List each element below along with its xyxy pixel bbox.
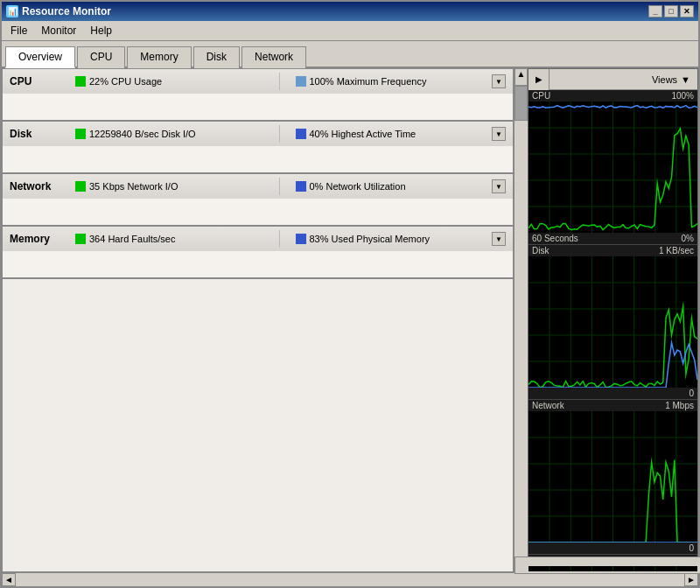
memory-stat1-text: 364 Hard Faults/sec [89,234,175,244]
disk-title: Disk [10,128,66,140]
disk-stat2: 40% Highest Active Time [296,129,484,139]
network-title: Network [10,180,66,192]
maximize-button[interactable]: □ [664,5,678,18]
cpu-content [3,94,513,120]
cpu-graph-section: CPU 100% 60 Seconds 0% [528,90,697,245]
views-label: Views [652,74,677,85]
cpu-section[interactable]: CPU 22% CPU Usage 100% Maximum Frequency… [3,69,513,122]
title-controls: _ □ ✕ [648,5,694,18]
views-arrow-icon: ▼ [681,74,690,85]
memory-title: Memory [10,233,66,245]
memory-stat1-icon [75,234,86,244]
bottom-scrollbar[interactable]: ◄ ► [2,572,698,586]
memory-graph-area [528,566,697,571]
disk-section[interactable]: Disk 12259840 B/sec Disk I/O 40% Highest… [3,122,513,174]
disk-stat2-icon [296,129,306,139]
scroll-up[interactable]: ▲ [514,68,528,86]
network-divider [279,178,280,195]
resource-monitor-window: 📊 Resource Monitor _ □ ✕ File Monitor He… [0,0,700,588]
network-graph-header: Network 1 Mbps [528,400,697,411]
tab-overview[interactable]: Overview [5,46,75,68]
tab-memory[interactable]: Memory [127,46,191,68]
cpu-title: CPU [10,75,66,88]
disk-dropdown[interactable]: ▼ [492,127,506,141]
menu-help[interactable]: Help [85,23,117,38]
menu-file[interactable]: File [5,23,32,38]
network-stat1-icon [75,181,86,192]
minimize-button[interactable]: _ [648,5,662,18]
tab-network[interactable]: Network [242,46,306,68]
network-graph-footer: 0 [528,542,697,554]
memory-dropdown[interactable]: ▼ [492,232,506,246]
cpu-divider [279,73,280,90]
disk-stat1: 12259840 B/sec Disk I/O [75,129,263,139]
network-stat1: 35 Kbps Network I/O [75,181,263,192]
content-area: CPU 22% CPU Usage 100% Maximum Frequency… [2,68,698,572]
memory-canvas [528,566,697,571]
cpu-stat2-icon [296,76,306,87]
left-empty-space [3,279,513,571]
cpu-stat2: 100% Maximum Frequency [296,76,484,87]
network-graph-section: Network 1 Mbps 0 [528,400,697,555]
scroll-left[interactable]: ◄ [2,573,16,586]
cpu-stat2-text: 100% Maximum Frequency [310,76,427,87]
network-graph-title: Network [532,401,564,410]
window-title: Resource Monitor [22,5,111,18]
disk-canvas [528,256,697,388]
scroll-track[interactable] [16,573,684,586]
menu-bar: File Monitor Help [2,21,698,41]
close-button[interactable]: ✕ [680,5,694,18]
memory-content [3,251,513,277]
cpu-stat1-text: 22% CPU Usage [89,76,162,87]
disk-stat2-text: 40% Highest Active Time [310,129,416,139]
disk-graph-header: Disk 1 KB/sec [528,245,697,256]
disk-graph-section: Disk 1 KB/sec 0 [528,245,697,400]
network-graph-max: 1 Mbps [665,401,694,410]
disk-divider [279,125,280,143]
cpu-dropdown[interactable]: ▼ [492,74,506,88]
memory-header: Memory 364 Hard Faults/sec 83% Used Phys… [3,227,513,251]
tab-cpu[interactable]: CPU [77,46,125,68]
cpu-graph-header: CPU 100% [528,90,697,102]
network-section[interactable]: Network 35 Kbps Network I/O 0% Network U… [3,174,513,227]
memory-stat2-icon [296,234,306,244]
views-button[interactable]: Views ▼ [550,74,697,85]
left-panel: CPU 22% CPU Usage 100% Maximum Frequency… [2,68,514,572]
left-scrollbar[interactable]: ▲ ▼ [514,68,528,572]
scroll-thumb[interactable] [514,86,528,121]
title-bar: 📊 Resource Monitor _ □ ✕ [2,2,698,21]
play-button[interactable]: ▶ [528,69,550,90]
graph-container: CPU 100% 60 Seconds 0% Disk 1 KB/ [528,90,697,571]
network-dropdown[interactable]: ▼ [492,179,506,193]
cpu-graph-max: 100% [671,91,694,101]
menu-monitor[interactable]: Monitor [36,23,81,38]
disk-graph-title: Disk [532,246,549,256]
network-stat2-text: 0% Network Utilization [310,181,406,192]
scroll-right[interactable]: ► [684,573,698,586]
disk-stat1-text: 12259840 B/sec Disk I/O [89,129,196,139]
right-toolbar: ▶ Views ▼ [528,69,697,90]
network-graph-area [528,411,697,542]
cpu-canvas [528,102,697,233]
disk-stat1-icon [75,129,86,139]
network-stat2-icon [296,181,306,192]
cpu-stat1-icon [75,76,86,87]
memory-divider [279,230,280,248]
disk-graph-max: 1 KB/sec [659,246,694,256]
network-content [3,199,513,225]
cpu-stat1: 22% CPU Usage [75,76,263,87]
memory-stat2-text: 83% Used Physical Memory [310,234,430,244]
disk-graph-area [528,256,697,388]
memory-section[interactable]: Memory 364 Hard Faults/sec 83% Used Phys… [3,227,513,279]
network-graph-value: 0 [689,543,694,553]
network-stat2: 0% Network Utilization [296,181,484,192]
memory-stat2: 83% Used Physical Memory [296,234,484,244]
network-stat1-text: 35 Kbps Network I/O [89,181,178,192]
right-panel: ▶ Views ▼ CPU 100% [528,68,698,572]
disk-graph-footer: 0 [528,388,697,399]
app-icon: 📊 [6,5,18,18]
tab-disk[interactable]: Disk [193,46,240,68]
cpu-header: CPU 22% CPU Usage 100% Maximum Frequency… [3,69,513,94]
network-canvas [528,411,697,542]
cpu-graph-time: 60 Seconds [532,234,578,243]
